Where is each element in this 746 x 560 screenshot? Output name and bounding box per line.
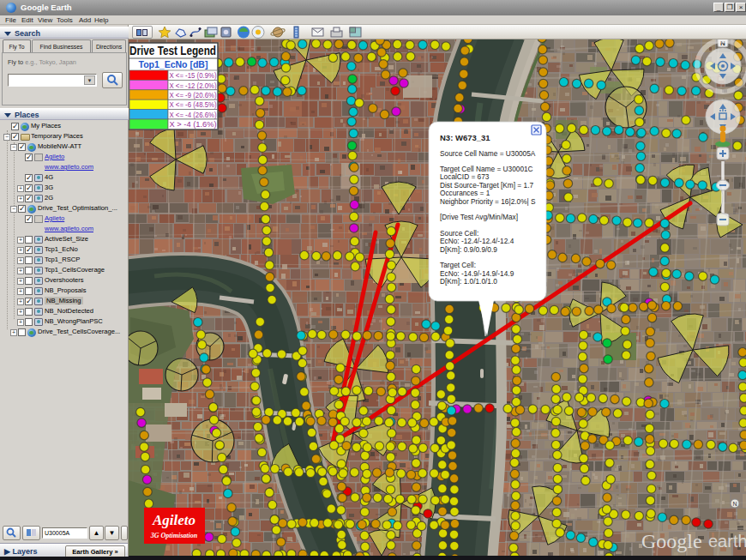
svg-text:D[Km]: 1.0/1.0/1.0: D[Km]: 1.0/1.0/1.0 [440,277,497,286]
svg-text:Target Cell:: Target Cell: [440,261,476,269]
svg-text:X <= -6 (48.5%): X <= -6 (48.5%) [170,100,217,109]
svg-text:X <= -15 (0.9%): X <= -15 (0.9%) [170,71,217,80]
svg-text:Occurances = 1: Occurances = 1 [440,189,490,197]
svg-text:N: N [732,501,737,507]
svg-text:3G Optimisation: 3G Optimisation [150,532,198,539]
svg-text:Top1_EcNo [dB]: Top1_EcNo [dB] [139,59,208,69]
svg-text:EcNo: -14.9/-14.9/-14.9: EcNo: -14.9/-14.9/-14.9 [440,269,514,278]
svg-text:LocalCID = 673: LocalCID = 673 [440,172,490,181]
svg-text:Google: Google [641,530,702,552]
svg-text:[Drive Test Avg/Min/Max]: [Drive Test Avg/Min/Max] [440,213,518,221]
svg-text:Agileto: Agileto [152,512,196,528]
svg-text:D[Km]: 0.9/0.9/0.9: D[Km]: 0.9/0.9/0.9 [440,245,497,254]
svg-text:earth: earth [708,532,746,551]
svg-text:Source Cell Name = U30005A: Source Cell Name = U30005A [440,149,536,158]
svg-text:X <= -12 (2.0%): X <= -12 (2.0%) [170,81,217,90]
svg-text:X <= -4 (26.6%): X <= -4 (26.6%) [170,111,217,119]
svg-text:Dist Source-Target [Km] = 1.7: Dist Source-Target [Km] = 1.7 [440,181,533,190]
svg-text:X <= -9 (20.6%): X <= -9 (20.6%) [170,91,217,99]
svg-text:N3: W673_31: N3: W673_31 [440,133,490,142]
svg-text:Source Cell:: Source Cell: [440,229,478,238]
svg-text:Drive Test Legend: Drive Test Legend [129,44,216,57]
svg-text:X > -4 (1.6%): X > -4 (1.6%) [170,120,217,129]
svg-text:EcNo: -12.4/-12.4/-12.4: EcNo: -12.4/-12.4/-12.4 [440,237,514,245]
svg-text:Neighbor Priority = 16|2.0%| S: Neighbor Priority = 16|2.0%| S [440,197,536,206]
